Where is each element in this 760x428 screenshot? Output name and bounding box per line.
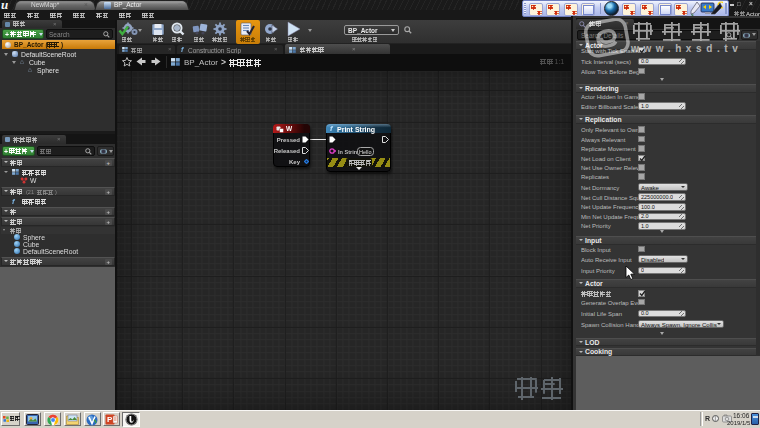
svg-text:P: P	[107, 415, 113, 424]
